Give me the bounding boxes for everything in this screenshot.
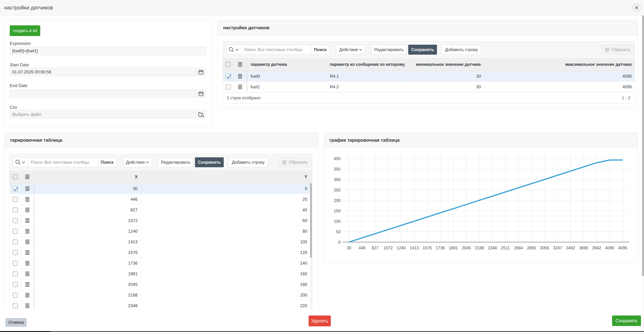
svg-text:3695: 3695 xyxy=(579,246,588,250)
svg-text:50: 50 xyxy=(336,229,340,234)
svg-text:3462: 3462 xyxy=(566,246,575,250)
svg-text:2684: 2684 xyxy=(514,246,523,250)
svg-text:1240: 1240 xyxy=(396,246,406,250)
svg-text:2045: 2045 xyxy=(462,246,471,250)
svg-text:1072: 1072 xyxy=(384,246,393,250)
svg-text:0: 0 xyxy=(338,240,340,245)
svg-text:3942: 3942 xyxy=(592,246,601,250)
svg-text:827: 827 xyxy=(372,246,378,250)
svg-text:3247: 3247 xyxy=(553,246,562,250)
svg-text:100: 100 xyxy=(334,219,340,224)
svg-text:250: 250 xyxy=(334,188,340,192)
svg-text:1891: 1891 xyxy=(449,246,458,250)
svg-text:446: 446 xyxy=(358,246,365,250)
svg-text:200: 200 xyxy=(334,198,340,203)
svg-text:300: 300 xyxy=(334,177,340,182)
svg-text:2188: 2188 xyxy=(475,246,484,250)
svg-text:1576: 1576 xyxy=(422,246,432,250)
svg-text:1736: 1736 xyxy=(436,246,445,250)
svg-text:150: 150 xyxy=(334,209,340,213)
svg-text:2865: 2865 xyxy=(527,246,536,250)
svg-text:3056: 3056 xyxy=(540,246,549,250)
svg-text:1413: 1413 xyxy=(410,246,419,250)
svg-text:350: 350 xyxy=(334,167,340,171)
svg-text:400: 400 xyxy=(334,156,340,161)
svg-text:2348: 2348 xyxy=(488,246,497,250)
svg-text:4090: 4090 xyxy=(605,246,614,250)
svg-text:4095: 4095 xyxy=(618,246,627,250)
svg-text:30: 30 xyxy=(347,246,351,250)
svg-text:2511: 2511 xyxy=(501,246,510,250)
